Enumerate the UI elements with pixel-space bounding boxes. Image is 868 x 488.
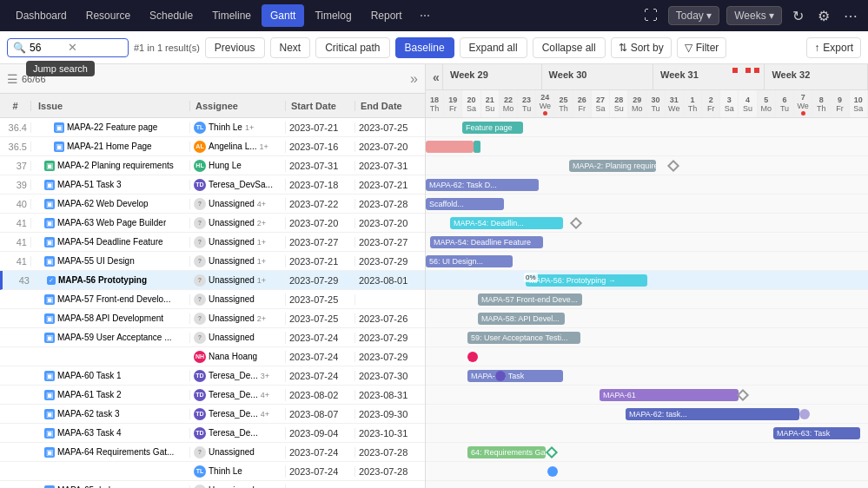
table-row[interactable]: 37 ▣ MAPA-2 Planing requirements HL Hung…: [0, 156, 425, 175]
gantt-bar[interactable]: MAPA-54: Deadlin...: [450, 217, 563, 229]
gantt-bar[interactable]: MAPA-62: Task D...: [426, 179, 539, 191]
gantt-bar[interactable]: MAPA-54: Deadline Feature: [430, 236, 543, 248]
table-row[interactable]: 39 ▣ MAPA-51 Task 3 TD Teresa_DevSa... 2…: [0, 175, 425, 195]
row-end: 2023-07-28: [355, 447, 425, 458]
collapse-icon[interactable]: ☰: [7, 72, 18, 86]
expand-panel-button[interactable]: »: [410, 71, 418, 87]
row-assignee: ? Unassigned: [190, 332, 286, 344]
gantt-bar[interactable]: MAPA-62: task...: [626, 408, 799, 420]
gantt-bar[interactable]: MAPA-61: [600, 389, 739, 401]
row-start: 2023-08-07: [286, 409, 355, 419]
nav-resource[interactable]: Resource: [77, 4, 139, 27]
gantt-bar[interactable]: MAPA-2: Planing requirements: [569, 160, 656, 172]
row-assignee: NH Nana Hoang: [190, 351, 286, 363]
table-row[interactable]: ▣ MAPA-60 Task 1 TD Teresa_De... 3+ 2023…: [0, 366, 425, 386]
gantt-bar[interactable]: 59: User Acceptance Testi...: [467, 332, 580, 344]
filter-button[interactable]: ▽ Filter: [677, 37, 727, 58]
nav-schedule[interactable]: Schedule: [141, 4, 202, 27]
table-row[interactable]: NH Nana Hoang 2023-07-24 2023-07-29: [0, 347, 425, 366]
row-start: 2023-07-25: [286, 313, 355, 324]
nav-more-button[interactable]: ⋯: [413, 4, 437, 27]
row-assignee: ? Unassigned 1+: [190, 255, 286, 267]
issue-text: MAPA-21 Home Page: [67, 142, 152, 151]
settings-icon[interactable]: ⚙: [814, 4, 833, 28]
gantt-bar[interactable]: MAPA-63: Task: [773, 427, 860, 439]
table-row[interactable]: ▣ MAPA-63 Task 4 TD Teresa_De... 2023-09…: [0, 424, 425, 443]
table-row[interactable]: 36.5 ▣ MAPA-21 Home Page AL Angelina L..…: [0, 137, 425, 156]
table-row[interactable]: ▣ MAPA-62 task 3 TD Teresa_De... 4+ 2023…: [0, 405, 425, 424]
gantt-bar[interactable]: Feature page: [462, 122, 523, 134]
nav-timeline[interactable]: Timeline: [203, 4, 260, 27]
issue-type-icon: ▣: [44, 447, 55, 458]
avatar: ?: [194, 485, 206, 489]
milestone-icon: [570, 217, 582, 229]
export-button[interactable]: ↑ Export: [806, 37, 861, 58]
row-id: 43: [3, 275, 34, 286]
critical-path-button[interactable]: Critical path: [315, 37, 389, 58]
avatar: TD: [194, 389, 206, 401]
gantt-bar[interactable]: 56: UI Design...: [426, 255, 513, 267]
row-issue: ▣ MAPA-54 Deadline Feature: [31, 237, 190, 247]
fullscreen-icon[interactable]: ⛶: [640, 4, 661, 27]
nav-timelog[interactable]: Timelog: [306, 4, 360, 27]
table-row[interactable]: 41 ▣ MAPA-55 UI Design ? Unassigned 1+ 2…: [0, 252, 425, 271]
issue-text: MAPA-64 Requirements Gat...: [57, 447, 174, 457]
table-row[interactable]: ▣ MAPA-61 Task 2 TD Teresa_De... 4+ 2023…: [0, 386, 425, 405]
nav-report[interactable]: Report: [362, 4, 411, 27]
table-row[interactable]: 41 ▣ MAPA-54 Deadline Feature ? Unassign…: [0, 233, 425, 252]
avatar: NH: [194, 351, 206, 363]
gantt-bar[interactable]: 64: Requirements Gathering: [467, 446, 546, 458]
previous-button[interactable]: Previous: [205, 37, 265, 58]
row-issue: ▣ MAPA-61 Task 2: [31, 390, 190, 400]
table-row[interactable]: ▣ MAPA-57 Front-end Develo... ? Unassign…: [0, 290, 425, 309]
table-row[interactable]: ▣ MAPA-64 Requirements Gat... ? Unassign…: [0, 443, 425, 462]
row-issue: ▣ MAPA-63 Task 4: [31, 428, 190, 439]
gantt-bar[interactable]: MAPA-60: Task: [467, 370, 563, 382]
assignee-name: Unassigned: [209, 333, 255, 342]
table-row[interactable]: TL Thinh Le 2023-07-24 2023-07-28: [0, 462, 425, 481]
refresh-icon[interactable]: ↻: [789, 4, 807, 28]
table-row[interactable]: 41 ▣ MAPA-63 Web Page Builder ? Unassign…: [0, 214, 425, 233]
gantt-day-weekend: 4Su: [739, 90, 757, 118]
gantt-weeks: « Week 29 Week 30 Week 31 Week 32: [426, 64, 868, 90]
table-row[interactable]: 36.4 ▣ MAPA-22 Feature page TL Thinh Le …: [0, 118, 425, 137]
row-id: 41: [0, 237, 31, 247]
expand-all-button[interactable]: Expand all: [460, 37, 527, 58]
gantt-bar[interactable]: MAPA-57 Front-end Deve...: [478, 293, 582, 306]
nav-dashboard[interactable]: Dashboard: [7, 4, 76, 27]
search-clear-icon[interactable]: ✕: [68, 42, 77, 53]
gantt-day: 5Mo: [758, 90, 776, 118]
col-header-start: Start Date: [286, 101, 355, 111]
gantt-days: 18Th 19Fr 20Sa 21Su 22Mo 23Tu 24We 25Th …: [426, 90, 868, 118]
issue-type-icon: ▣: [44, 218, 55, 228]
table-row[interactable]: ▣ MAPA-59 User Acceptance ... ? Unassign…: [0, 328, 425, 347]
row-assignee: TD Teresa_DevSa...: [190, 179, 286, 191]
gantt-bar[interactable]: Scaffold...: [426, 198, 504, 210]
gantt-bar[interactable]: MAPA-58: API Devel...: [478, 313, 565, 325]
assignee-name: Unassigned: [209, 237, 255, 247]
gantt-bar-selected[interactable]: MAPA-56: Prototyping →: [526, 274, 647, 287]
sort-by-button[interactable]: ⇅ Sort by: [611, 37, 672, 58]
issue-text: MAPA-56 Prototyping: [58, 275, 147, 285]
gantt-day: 8Th: [812, 90, 831, 118]
today-button[interactable]: Today ▾: [668, 6, 719, 25]
row-assignee: TD Teresa_De... 4+: [190, 408, 286, 420]
table-row[interactable]: ▣ MAPA-65 dsd ? Unassigned: [0, 481, 425, 488]
weeks-button[interactable]: Weeks ▾: [726, 6, 782, 25]
plus-badge: 1+: [260, 142, 268, 151]
table-row-selected[interactable]: 43 MAPA-56 Prototyping ? Unassigned 1+ 2…: [0, 271, 425, 290]
toolbar: 🔍 56 ✕ #1 in 1 result(s) Previous Next C…: [0, 31, 868, 64]
table-row[interactable]: 40 ▣ MAPA-62 Web Develop ? Unassigned 4+…: [0, 195, 425, 214]
more-options-icon[interactable]: ⋯: [840, 4, 861, 28]
table-row[interactable]: ▣ MAPA-58 API Development ? Unassigned 2…: [0, 309, 425, 328]
gantt-bar[interactable]: [426, 141, 474, 153]
search-input[interactable]: 56: [30, 42, 64, 54]
week-30: Week 30: [542, 64, 653, 89]
row-assignee: ? Unassigned: [190, 446, 286, 458]
collapse-all-button[interactable]: Collapse all: [533, 37, 606, 58]
gantt-row: MAPA-58: API Devel...: [426, 309, 868, 328]
gantt-day: 25Th: [554, 90, 573, 118]
next-button[interactable]: Next: [270, 37, 311, 58]
nav-gantt[interactable]: Gantt: [262, 4, 304, 27]
baseline-button[interactable]: Baseline: [395, 37, 454, 58]
